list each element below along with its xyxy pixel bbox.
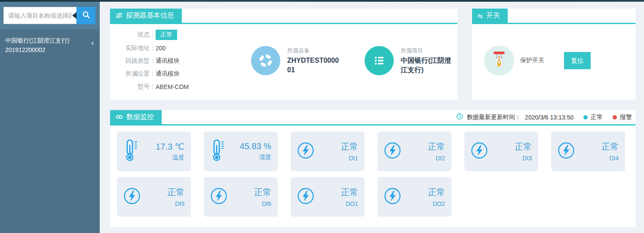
chevron-left-icon[interactable]: ‹: [91, 39, 94, 47]
sidebar-item-label: 中国银行(江阴澄江支行) 201912200002: [5, 36, 91, 55]
sensor-label: DI3: [490, 155, 532, 162]
switch-label: 保护开关: [520, 57, 544, 64]
update-time-label: 数据最新更新时间：: [467, 113, 521, 121]
sensor-card: 正常 DI1: [291, 132, 365, 171]
sensor-label: 温度: [143, 154, 184, 162]
sidebar-search-band: [0, 2, 100, 29]
detector-panel-header: 探测器基本信息: [110, 9, 457, 24]
project-search-input[interactable]: [3, 7, 77, 24]
sidebar: 中国银行(江阴澄江支行) 201912200002 ‹: [0, 2, 100, 233]
switch-panel: ⇆ 开关 保护开关: [472, 9, 635, 100]
protection-switch-icon: [484, 46, 514, 76]
monitor-panel-title: 数据监控: [110, 110, 162, 124]
sensor-value: 正常: [577, 141, 619, 153]
sensor-card: 正常 DO2: [377, 177, 451, 217]
field-label: 所属位置：: [119, 70, 156, 78]
sensor-value: 45.83 %: [230, 141, 271, 151]
sliders-icon: [116, 12, 123, 19]
sensor-label: DI1: [316, 155, 358, 162]
legend-normal: 正常: [583, 113, 603, 121]
switch-panel-title-text: 开关: [486, 11, 500, 20]
switch-panel-title: ⇆ 开关: [472, 9, 508, 23]
project-name: 中国银行(江阴澄江支行): [5, 36, 91, 46]
sensor-label: DI4: [577, 155, 619, 162]
lifering-icon: [251, 46, 280, 75]
field-value: 200: [156, 45, 166, 52]
bolt-icon: [470, 141, 488, 161]
sensor-value: 正常: [403, 187, 445, 198]
thermometer-icon: [123, 139, 139, 164]
bolt-icon: [297, 187, 315, 207]
project-value: 中国银行(江阴澄江支行): [401, 56, 453, 74]
reset-button[interactable]: 复位: [564, 52, 591, 69]
bolt-icon: [383, 187, 402, 207]
sensor-value: 正常: [490, 141, 532, 153]
field-label: 型号：: [119, 83, 156, 91]
legend-alarm: 报警: [613, 113, 632, 121]
sidebar-item-project[interactable]: 中国银行(江阴澄江支行) 201912200002 ‹: [0, 29, 100, 61]
link-icon: [116, 114, 123, 120]
device-entity: 所属设备 ZHYDTEST000001: [251, 46, 340, 75]
bolt-icon: [123, 187, 141, 207]
sensor-value: 正常: [230, 187, 271, 198]
field-value: 正常: [156, 30, 177, 40]
sensor-card: 45.83 % 湿度: [204, 132, 278, 171]
field-label: 回路类型：: [119, 57, 156, 65]
normal-dot-icon: [583, 115, 588, 120]
clock-icon: [456, 113, 463, 121]
bolt-icon: [297, 141, 315, 161]
sensor-card: 17.3 ℃ 温度: [117, 132, 191, 171]
search-icon: [82, 11, 90, 20]
search-button[interactable]: [77, 7, 95, 24]
detector-field-row: 状态： 正常: [119, 30, 226, 40]
thermometer-icon: [210, 139, 226, 164]
monitor-meta: 数据最新更新时间： 2020/3/6 13:13:50 正常 报警: [456, 113, 635, 124]
project-label: 所属项目: [401, 47, 453, 55]
sensor-value: 正常: [403, 141, 445, 153]
sensor-label: DI6: [230, 200, 271, 207]
sensor-card: 正常 DI6: [204, 177, 278, 217]
sensor-value: 正常: [316, 187, 358, 198]
bolt-icon: [383, 141, 402, 161]
legend-alarm-label: 报警: [620, 113, 632, 121]
device-label: 所属设备: [287, 47, 340, 55]
sensor-card: 正常 DO1: [291, 177, 365, 217]
collapse-arrow-icon[interactable]: [72, 12, 77, 19]
sensor-card: 正常 DI5: [117, 177, 191, 217]
detector-fields: 状态： 正常 实际地址： 200 回路类型： 通讯模块: [119, 26, 226, 95]
sensor-label: DI2: [403, 155, 445, 162]
sensor-label: DO1: [316, 200, 358, 207]
sensor-value: 17.3 ℃: [143, 141, 184, 152]
field-label: 实际地址：: [119, 44, 156, 52]
sensor-value: 正常: [316, 141, 358, 153]
sensor-card-grid: 17.3 ℃ 温度: [110, 126, 635, 217]
detector-panel-title: 探测器基本信息: [110, 9, 182, 23]
monitor-panel-title-text: 数据监控: [126, 113, 154, 122]
device-value: ZHYDTEST000001: [287, 56, 340, 74]
switch-panel-header: ⇆ 开关: [472, 9, 635, 24]
main-content: 探测器基本信息 状态： 正常 实际地址： 200: [100, 2, 644, 233]
sensor-card: 正常 DI4: [551, 132, 625, 171]
list-icon: [365, 46, 394, 75]
refresh-icon: ⇆: [478, 13, 483, 19]
sensor-value: 正常: [143, 187, 184, 198]
field-value: 通讯模块: [156, 57, 180, 65]
monitor-panel-header: 数据监控 数据最新更新时间： 2020/3/6 13:13:50 正常: [110, 110, 635, 126]
detector-info-panel: 探测器基本信息 状态： 正常 实际地址： 200: [110, 9, 457, 100]
project-entity: 所属项目 中国银行(江阴澄江支行): [365, 46, 453, 75]
sensor-card: 正常 DI3: [464, 132, 538, 171]
update-time-value: 2020/3/6 13:13:50: [525, 114, 573, 121]
project-code: 201912200002: [5, 46, 91, 55]
sensor-card: 正常 DI2: [377, 132, 451, 171]
bolt-icon: [557, 141, 575, 161]
alarm-dot-icon: [613, 115, 617, 120]
detector-field-row: 型号： ABEM-COM: [119, 82, 226, 92]
field-value: ABEM-COM: [156, 83, 189, 90]
detector-field-row: 所属位置： 通讯模块: [119, 69, 226, 79]
field-value: 通讯模块: [156, 70, 180, 78]
legend-normal-label: 正常: [591, 113, 603, 121]
detector-panel-title-text: 探测器基本信息: [126, 11, 174, 20]
sensor-label: DI5: [143, 200, 184, 207]
detector-field-row: 实际地址： 200: [119, 43, 226, 53]
field-label: 状态：: [119, 31, 156, 39]
